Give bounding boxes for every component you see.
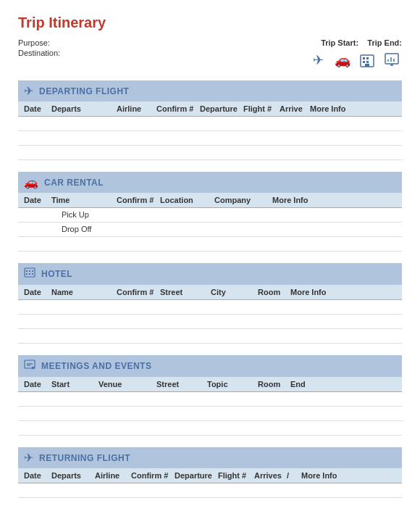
svg-rect-5 — [366, 61, 369, 63]
meet-col-date: Date — [24, 380, 51, 389]
hotel-title: HOTEL — [41, 269, 72, 279]
meet-col-start: Start — [51, 380, 98, 389]
car-rental-icon: 🚗 — [24, 175, 38, 189]
plane-icon: ✈ — [308, 50, 328, 70]
svg-rect-13 — [25, 268, 35, 277]
dep-data-row-2 — [18, 131, 402, 146]
hot-col-confirm: Confirm # — [117, 288, 160, 296]
trip-start-label: Trip Start: — [321, 38, 358, 47]
departing-flight-columns: Date Departs Airline Confirm # Departure… — [18, 101, 402, 117]
meet-col-street: Street — [156, 380, 207, 389]
trip-end-label: Trip End: — [367, 38, 402, 47]
car-pickup-row: Pick Up — [18, 208, 402, 223]
svg-rect-6 — [365, 64, 369, 67]
hot-col-room: Room — [258, 288, 290, 296]
svg-rect-14 — [26, 270, 28, 272]
meet-data-row-2 — [18, 407, 402, 421]
svg-rect-18 — [29, 273, 30, 275]
hotel-data-row-2 — [18, 315, 402, 329]
dep-col-confirm: Confirm # — [156, 104, 200, 113]
meet-data-row-1 — [18, 392, 402, 407]
destination-label: Destination: — [18, 49, 60, 57]
ret-col-departure: Departure — [175, 471, 218, 480]
dep-col-date: Date — [24, 104, 51, 113]
returning-flight-section: ✈ RETURNING FLIGHT Date Departs Airline … — [18, 447, 402, 511]
car-rental-section: 🚗 CAR RENTAL Date Time Confirm # Locatio… — [18, 172, 402, 252]
trip-dates: Trip Start: Trip End: — [321, 38, 402, 47]
dep-data-row-3 — [18, 146, 402, 160]
dep-col-departs: Departs — [51, 104, 117, 113]
svg-rect-2 — [366, 57, 369, 59]
meet-col-topic: Topic — [207, 380, 258, 389]
returning-plane-icon: ✈ — [24, 451, 33, 465]
dep-col-airline: Airline — [117, 104, 156, 113]
car-col-moreinfo: More Info — [272, 196, 396, 204]
departing-plane-icon: ✈ — [24, 84, 33, 98]
svg-rect-15 — [29, 270, 30, 272]
car-col-location: Location — [160, 196, 214, 204]
hotel-data-row-1 — [18, 300, 402, 315]
ret-col-flight: Flight # — [218, 471, 254, 480]
car-rental-title: CAR RENTAL — [44, 178, 104, 188]
page-title: Trip Itinerary — [18, 14, 402, 31]
ret-col-more: / — [287, 471, 301, 480]
hot-col-date: Date — [24, 288, 51, 296]
ret-col-arrives: Arrives — [254, 471, 287, 480]
meet-col-venue: Venue — [98, 380, 156, 389]
returning-flight-columns: Date Departs Airline Confirm # Departure… — [18, 468, 402, 483]
hot-col-name: Name — [51, 288, 117, 296]
meet-col-end: End — [290, 380, 396, 389]
hotel-header: HOTEL — [18, 263, 402, 285]
hot-col-street: Street — [160, 288, 211, 296]
svg-rect-7 — [385, 54, 398, 64]
ret-col-departs: Departs — [51, 471, 95, 480]
svg-rect-1 — [363, 57, 365, 59]
car-rental-columns: Date Time Confirm # Location Company Mor… — [18, 193, 402, 208]
ret-col-moreinfo: More Info — [301, 471, 396, 480]
car-col-confirm: Confirm # — [117, 196, 160, 204]
ret-col-date: Date — [24, 471, 51, 480]
building-icon — [357, 50, 377, 70]
dep-col-departure: Departure — [200, 104, 243, 113]
car-rental-header: 🚗 CAR RENTAL — [18, 172, 402, 193]
meet-data-row-3 — [18, 421, 402, 436]
hotel-section: HOTEL Date Name Confirm # Street City Ro… — [18, 263, 402, 344]
ret-data-row-1 — [18, 483, 402, 498]
hot-col-city: City — [211, 288, 258, 296]
meetings-header: MEETINGS AND EVENTS — [18, 355, 402, 377]
ret-col-confirm: Confirm # — [131, 471, 175, 480]
car-data-row-3 — [18, 237, 402, 252]
car-dropoff-row: Drop Off — [18, 223, 402, 237]
ret-col-airline: Airline — [95, 471, 131, 480]
meetings-columns: Date Start Venue Street Topic Room End — [18, 377, 402, 392]
meta-left: Purpose: Destination: — [18, 38, 60, 59]
icons-row: ✈ 🚗 — [308, 50, 402, 70]
dep-col-flight: Flight # — [243, 104, 280, 113]
dep-col-moreinfo: More Info — [310, 104, 396, 113]
ret-data-row-2 — [18, 498, 402, 511]
hot-col-moreinfo: More Info — [290, 288, 396, 296]
meta-row: Purpose: Destination: Trip Start: Trip E… — [18, 38, 402, 70]
hotel-icon — [24, 267, 35, 281]
meetings-section: MEETINGS AND EVENTS Date Start Venue Str… — [18, 355, 402, 436]
departing-flight-section: ✈ DEPARTING FLIGHT Date Departs Airline … — [18, 80, 402, 160]
hotel-data-row-3 — [18, 329, 402, 344]
departing-flight-header: ✈ DEPARTING FLIGHT — [18, 80, 402, 101]
meetings-icon — [24, 359, 35, 373]
meta-right: Trip Start: Trip End: ✈ 🚗 — [308, 38, 402, 70]
svg-rect-19 — [32, 273, 33, 275]
car-col-time: Time — [51, 196, 117, 204]
purpose-label: Purpose: — [18, 38, 60, 47]
departing-flight-title: DEPARTING FLIGHT — [39, 86, 129, 96]
meetings-title: MEETINGS AND EVENTS — [41, 361, 151, 371]
car-dropoff-label: Drop Off — [62, 225, 91, 234]
car-col-company: Company — [214, 196, 272, 204]
car-col-date: Date — [24, 196, 51, 204]
meet-col-room: Room — [258, 380, 290, 389]
svg-rect-17 — [26, 273, 28, 275]
car-pickup-label: Pick Up — [62, 210, 89, 220]
chart-icon — [382, 50, 402, 70]
svg-rect-4 — [363, 61, 365, 63]
svg-rect-16 — [32, 270, 33, 272]
returning-flight-title: RETURNING FLIGHT — [39, 453, 130, 463]
